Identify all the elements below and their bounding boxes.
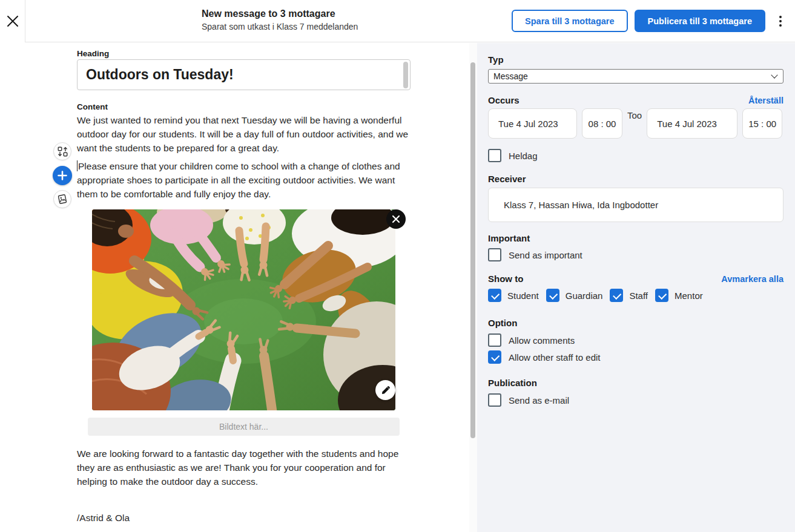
page-title: New message to 3 mottagare [202,8,358,20]
send-as-email-checkbox[interactable] [488,393,501,407]
show-to-mentor-label: Mentor [675,291,703,301]
receiver-value: Klass 7, Hassan Hiwa, Ida Ingbodotter [504,200,658,210]
header-actions: Spara till 3 mottagare Publicera till 3 … [512,10,787,32]
send-as-important-checkbox[interactable] [488,248,501,261]
main-area: Heading Outdoors on Tuesday! Content We … [0,43,795,532]
send-as-email-label: Send as e-mail [509,395,569,406]
to-label: Too [627,110,642,139]
show-to-guardian-checkbox[interactable] [546,289,559,302]
occurs-label: Occurs [488,95,520,105]
reset-link[interactable]: Återställ [748,96,783,105]
important-label: Important [488,233,783,243]
close-icon [6,15,19,28]
content-scrollbar[interactable] [469,43,477,532]
show-to-staff-label: Staff [629,291,648,301]
show-to-student-checkbox[interactable] [488,289,501,302]
show-to-options: Student Guardian Staff Mentor [488,289,783,302]
show-to-mentor-checkbox[interactable] [655,289,668,302]
all-day-label: Heldag [509,151,538,161]
insert-image-button[interactable] [53,190,71,208]
publication-label: Publication [488,378,783,388]
end-time-input[interactable]: 15 : 00 [742,108,782,139]
content-scrollbar-thumb[interactable] [470,62,475,438]
option-label: Option [488,318,783,328]
type-select-value: Message [493,71,528,81]
content-label: Content [77,102,108,111]
show-to-staff-checkbox[interactable] [610,289,623,302]
caption-placeholder: Bildtext här... [219,422,268,432]
allow-comments-checkbox[interactable] [488,333,501,347]
deselect-all-link[interactable]: Avmarkera alla [721,274,783,284]
more-options-button[interactable] [774,10,787,32]
heading-input-scrollbar[interactable] [403,62,408,88]
remove-image-icon [392,215,400,223]
edit-image-button[interactable] [375,380,395,400]
add-block-button[interactable] [53,166,72,185]
heading-input[interactable]: Outdoors on Tuesday! [77,59,411,90]
start-date-input[interactable]: Tue 4 Jul 2023 [488,108,577,139]
close-button[interactable] [0,0,25,42]
send-as-important-label: Send as important [509,250,582,260]
type-select[interactable]: Message [488,69,783,84]
heading-value: Outdoors on Tuesday! [86,67,234,83]
reorder-blocks-icon [58,146,68,157]
text-cursor [77,160,78,171]
content-paragraph-3[interactable]: We are looking forward to a fantastic da… [77,447,412,488]
draft-status: Sparat som utkast i Klass 7 meddelanden [202,22,358,31]
type-label: Typ [488,54,783,65]
receiver-input[interactable]: Klass 7, Hassan Hiwa, Ida Ingbodotter [488,188,783,222]
allow-other-staff-checkbox[interactable] [488,350,501,364]
remove-image-button[interactable] [386,209,406,229]
image-caption-input[interactable]: Bildtext här... [88,418,400,436]
save-button[interactable]: Spara till 3 mottagare [512,10,627,32]
show-to-student-label: Student [507,291,539,301]
show-to-guardian-label: Guardian [566,291,603,301]
header: New message to 3 mottagare Sparat som ut… [0,0,795,42]
end-date-input[interactable]: Tue 4 Jul 2023 [647,108,737,139]
content-paragraph-2[interactable]: Please ensure that your children come to… [77,159,412,201]
content-paragraph-1[interactable]: We just wanted to remind you that next T… [77,113,412,155]
insert-image-icon [57,194,68,205]
allow-other-staff-label: Allow other staff to edit [509,352,600,363]
content-image-block [92,209,395,410]
title-block: New message to 3 mottagare Sparat som ut… [202,8,358,31]
content-signature[interactable]: /Astrid & Ola [77,513,130,524]
heading-label: Heading [77,49,109,58]
reorder-blocks-button[interactable] [53,142,71,160]
kebab-menu-icon [779,16,782,18]
chevron-down-icon [771,71,777,78]
start-time-input[interactable]: 08 : 00 [582,108,622,139]
add-block-icon [58,171,67,180]
occurs-datetime-row: Tue 4 Jul 2023 08 : 00 Too Tue 4 Jul 202… [488,108,783,139]
edit-image-icon [381,386,391,395]
settings-sidebar: Typ Message Occurs Återställ Tue 4 Jul 2… [477,43,795,532]
message-editor: Heading Outdoors on Tuesday! Content We … [0,43,469,532]
all-day-checkbox[interactable] [488,149,501,162]
show-to-label: Show to [488,274,523,284]
content-image[interactable] [92,209,395,410]
allow-comments-label: Allow comments [509,335,575,346]
publish-button[interactable]: Publicera till 3 mottagare [635,10,765,32]
receiver-label: Receiver [488,174,783,184]
